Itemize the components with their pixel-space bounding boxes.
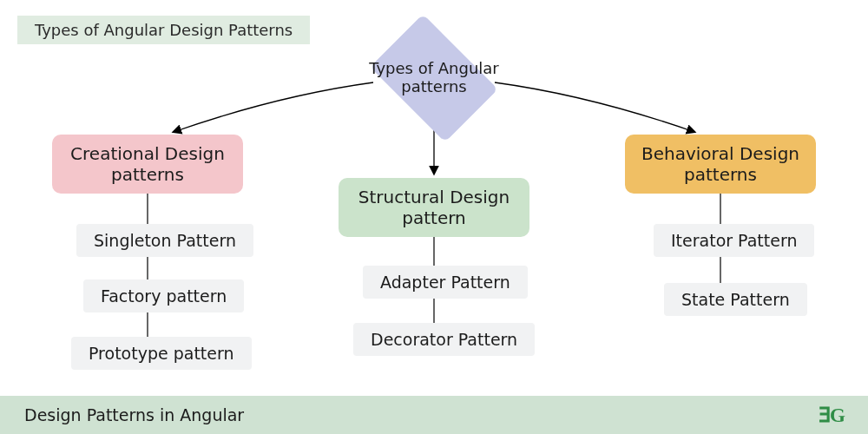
root-node: Types of Angular patterns bbox=[360, 26, 508, 130]
root-label: Types of Angular patterns bbox=[360, 26, 508, 130]
leaf-singleton: Singleton Pattern bbox=[76, 224, 253, 257]
leaf-iterator: Iterator Pattern bbox=[654, 224, 814, 257]
leaf-state: State Pattern bbox=[664, 283, 807, 316]
page-title: Types of Angular Design Patterns bbox=[17, 16, 310, 44]
diagram-canvas: Types of Angular Design Patterns Types o… bbox=[0, 0, 868, 434]
leaf-decorator: Decorator Pattern bbox=[353, 323, 535, 356]
leaf-prototype: Prototype pattern bbox=[71, 337, 252, 370]
footer-title: Design Patterns in Angular bbox=[24, 405, 244, 424]
category-behavioral: Behavioral Design patterns bbox=[625, 135, 816, 194]
leaf-adapter: Adapter Pattern bbox=[363, 266, 528, 299]
footer-bar: Design Patterns in Angular ƎG bbox=[0, 396, 868, 434]
leaf-factory: Factory pattern bbox=[83, 279, 244, 312]
gfg-logo-icon: ƎG bbox=[819, 404, 844, 427]
category-structural: Structural Design pattern bbox=[339, 178, 529, 237]
category-creational: Creational Design patterns bbox=[52, 135, 243, 194]
